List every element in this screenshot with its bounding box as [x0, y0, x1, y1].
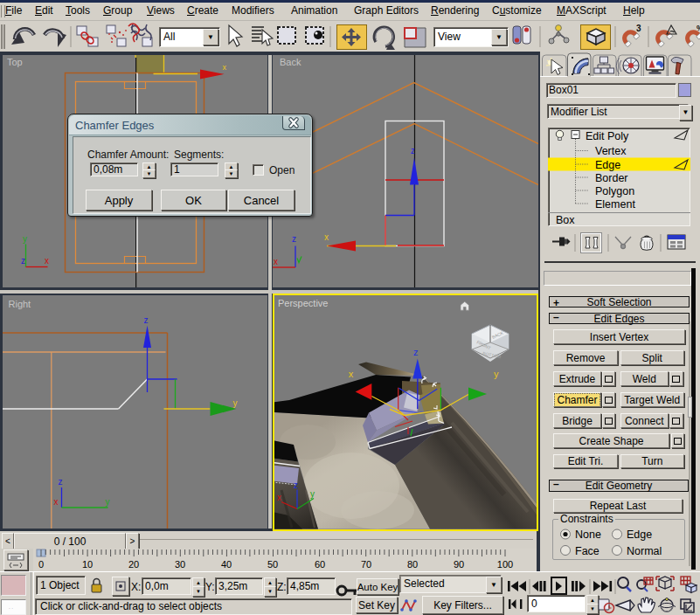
svg-text:Edit Poly: Edit Poly: [586, 130, 629, 142]
svg-text:x: x: [53, 497, 58, 507]
svg-text:z: z: [21, 256, 25, 266]
svg-text:80: 80: [407, 559, 418, 570]
svg-text:100: 100: [497, 559, 513, 570]
svg-text:y: y: [494, 369, 499, 379]
svg-text:0: 0: [38, 559, 44, 570]
svg-text:Polygon: Polygon: [595, 185, 634, 197]
svg-text:%: %: [697, 24, 700, 32]
svg-text:y: y: [310, 488, 315, 498]
svg-text:Vertex: Vertex: [595, 145, 627, 157]
svg-text:z: z: [292, 234, 296, 244]
svg-text:x: x: [277, 492, 281, 501]
svg-text:y: y: [232, 398, 237, 408]
svg-text:x: x: [324, 232, 329, 242]
svg-text:10: 10: [82, 559, 93, 570]
svg-text:60: 60: [315, 559, 325, 570]
svg-text:90: 90: [454, 559, 464, 570]
svg-text:Right: Right: [8, 299, 31, 309]
svg-text:70: 70: [361, 559, 371, 570]
svg-text:Perspective: Perspective: [278, 298, 328, 308]
svg-text:Edge: Edge: [627, 529, 652, 541]
svg-text:Normal: Normal: [627, 545, 662, 557]
svg-text:30: 30: [175, 559, 185, 570]
svg-text:20: 20: [128, 559, 139, 570]
svg-text:Face: Face: [575, 545, 600, 557]
svg-text:y: y: [105, 497, 109, 507]
svg-text:z: z: [143, 315, 148, 325]
svg-text:3: 3: [636, 24, 641, 33]
svg-text:x: x: [222, 63, 226, 72]
svg-text:x: x: [45, 256, 49, 266]
svg-text:x: x: [349, 369, 354, 379]
svg-text:None: None: [575, 529, 601, 541]
svg-text:z: z: [411, 146, 415, 155]
svg-text:Border: Border: [595, 172, 628, 184]
svg-text:z: z: [58, 477, 62, 487]
svg-text:y: y: [23, 234, 27, 244]
svg-text:Back: Back: [280, 56, 301, 66]
svg-text:50: 50: [267, 559, 278, 570]
svg-text:Edge: Edge: [595, 159, 620, 171]
svg-text:40: 40: [221, 559, 232, 570]
svg-text:x: x: [274, 257, 278, 266]
svg-text:z: z: [294, 480, 298, 489]
svg-text:z: z: [413, 347, 419, 357]
svg-text:Box: Box: [556, 214, 575, 226]
svg-text:Element: Element: [595, 198, 635, 211]
svg-text:Top: Top: [7, 57, 23, 67]
